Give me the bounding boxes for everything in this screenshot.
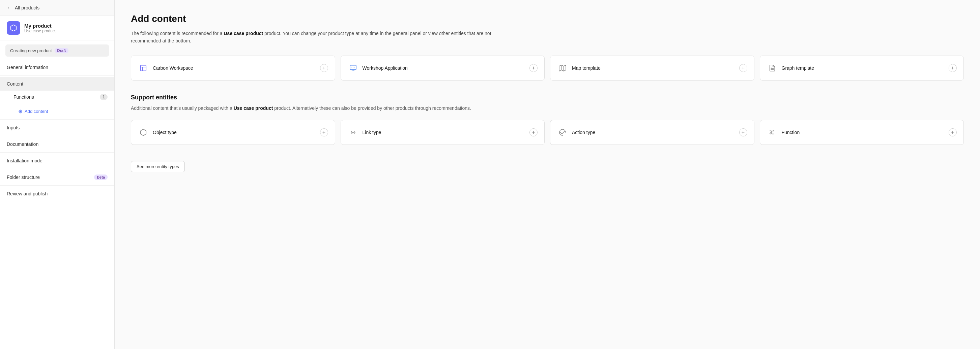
graph-template-add-button[interactable]: + [949, 64, 957, 72]
content-cards-grid: Carbon Workspace + Workshop Application … [131, 56, 964, 81]
carbon-workspace-icon [138, 63, 149, 73]
creating-text: Creating new product [10, 48, 52, 53]
card-object-type[interactable]: Object type + [131, 120, 335, 145]
support-cards-grid: Object type + Link type + [131, 120, 964, 145]
link-type-icon [348, 127, 358, 138]
divider-1 [0, 75, 115, 76]
support-entities-title: Support entities [131, 94, 964, 101]
divider-3 [0, 136, 115, 136]
link-type-label: Link type [363, 130, 382, 135]
card-map-template[interactable]: Map template + [550, 56, 754, 81]
product-info: My product Use case product [24, 23, 56, 33]
product-name: My product [24, 23, 56, 29]
sidebar-item-functions[interactable]: Functions 1 [7, 90, 115, 103]
page-title: Add content [131, 13, 964, 24]
support-entities-description: Additional content that's usually packag… [131, 105, 502, 112]
main-content: Add content The following content is rec… [115, 0, 980, 349]
action-type-icon [557, 127, 568, 138]
graph-template-label: Graph template [782, 65, 815, 71]
card-left-object: Object type [138, 127, 177, 138]
card-left-action: Action type [557, 127, 595, 138]
svg-marker-2 [559, 65, 566, 71]
card-left-link: Link type [348, 127, 382, 138]
sidebar-item-folder[interactable]: Folder structure Beta [0, 170, 115, 184]
workshop-application-label: Workshop Application [363, 65, 408, 71]
product-type: Use case product [24, 29, 56, 33]
carbon-workspace-add-button[interactable]: + [320, 64, 328, 72]
creating-banner: Creating new product Draft [5, 44, 109, 57]
card-workshop-application[interactable]: Workshop Application + [340, 56, 545, 81]
sidebar: ← All products My product Use case produ… [0, 0, 115, 349]
workshop-application-icon [348, 63, 358, 73]
card-link-type[interactable]: Link type + [340, 120, 545, 145]
sidebar-item-review[interactable]: Review and publish [0, 187, 115, 200]
beta-badge: Beta [94, 174, 108, 180]
card-function[interactable]: Function + [760, 120, 964, 145]
sidebar-item-inputs[interactable]: Inputs [0, 121, 115, 135]
sidebar-item-installation[interactable]: Installation mode [0, 154, 115, 167]
sidebar-item-general[interactable]: General information [0, 60, 115, 74]
add-content-button[interactable]: ⊕ Add content [13, 105, 108, 117]
divider-2 [0, 119, 115, 120]
map-template-icon [557, 63, 568, 73]
nav-sub-content: Functions 1 ⊕ Add content [0, 90, 115, 117]
card-left-workshop: Workshop Application [348, 63, 408, 73]
card-left-graph: Graph template [767, 63, 815, 73]
carbon-workspace-label: Carbon Workspace [153, 65, 193, 71]
back-label: All products [15, 5, 40, 10]
back-button[interactable]: ← All products [0, 0, 115, 16]
card-left-function: Function [767, 127, 800, 138]
map-template-label: Map template [572, 65, 601, 71]
functions-count: 1 [100, 94, 108, 100]
object-type-add-button[interactable]: + [320, 128, 328, 136]
card-carbon-workspace[interactable]: Carbon Workspace + [131, 56, 335, 81]
object-type-label: Object type [153, 130, 177, 135]
main-description: The following content is recommended for… [131, 30, 502, 45]
object-type-icon [138, 127, 149, 138]
see-more-button[interactable]: See more entity types [131, 161, 185, 172]
divider-6 [0, 185, 115, 186]
map-template-add-button[interactable]: + [739, 64, 747, 72]
function-icon [767, 127, 778, 138]
nav-section: General information Content Functions 1 … [0, 60, 115, 200]
graph-template-icon [767, 63, 778, 73]
action-type-add-button[interactable]: + [739, 128, 747, 136]
action-type-label: Action type [572, 130, 595, 135]
link-type-add-button[interactable]: + [530, 128, 538, 136]
sidebar-item-content[interactable]: Content [0, 77, 115, 90]
divider-5 [0, 169, 115, 169]
svg-rect-0 [141, 65, 146, 71]
card-action-type[interactable]: Action type + [550, 120, 754, 145]
function-label: Function [782, 130, 800, 135]
sidebar-item-documentation[interactable]: Documentation [0, 138, 115, 151]
draft-badge: Draft [55, 48, 69, 53]
workshop-application-add-button[interactable]: + [530, 64, 538, 72]
card-graph-template[interactable]: Graph template + [760, 56, 964, 81]
product-header: My product Use case product [0, 16, 115, 40]
back-arrow-icon: ← [7, 5, 12, 11]
card-left-carbon: Carbon Workspace [138, 63, 193, 73]
product-icon [7, 21, 20, 35]
card-left-map: Map template [557, 63, 601, 73]
function-add-button[interactable]: + [949, 128, 957, 136]
add-content-icon: ⊕ [18, 108, 22, 114]
